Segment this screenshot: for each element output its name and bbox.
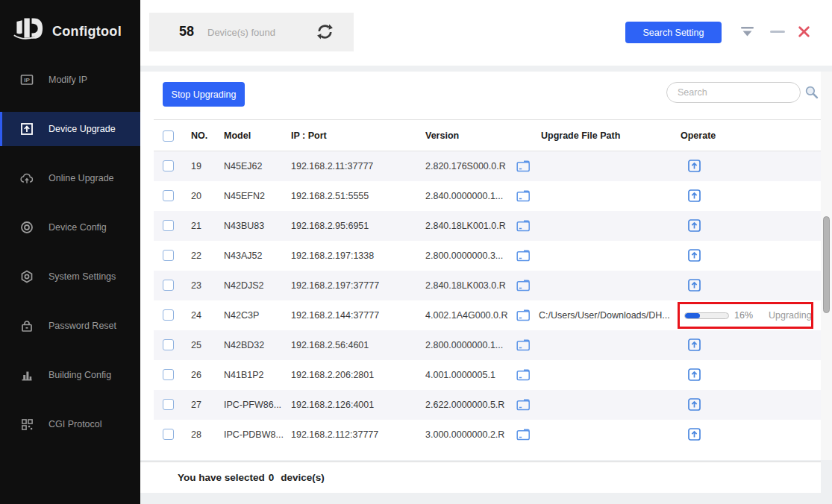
sidebar-item-password-reset[interactable]: Password Reset (0, 309, 140, 343)
upgrade-action-button[interactable] (688, 368, 701, 383)
sidebar-item-building-config[interactable]: Building Config (0, 358, 140, 392)
modify-ip-icon: IP (20, 73, 34, 86)
row-checkbox[interactable] (163, 220, 174, 231)
upgrade-action-button[interactable] (688, 249, 701, 264)
table-row[interactable]: 23 N42DJS2 192.168.2.197:37777 2.840.18L… (154, 271, 821, 300)
device-table: NO. Model IP : Port Version Upgrade File… (154, 119, 821, 450)
progress-cell: 16% Upgrading (684, 300, 812, 330)
cell-version: 2.820.176S000.0.R (425, 151, 515, 181)
search-setting-button[interactable]: Search Setting (625, 22, 722, 43)
table-row[interactable]: 25 N42BD32 192.168.2.56:4601 2.800.00000… (154, 330, 821, 360)
browse-file-button[interactable] (516, 369, 531, 383)
table-body: 19 N45EJ62 192.168.2.11:37777 2.820.176S… (154, 151, 821, 450)
browse-file-button[interactable] (516, 339, 531, 353)
upgrade-action-button[interactable] (688, 160, 701, 174)
selection-suffix: device(s) (281, 472, 325, 483)
collapse-window-icon[interactable] (740, 26, 754, 40)
device-count: 58 (179, 24, 194, 40)
cell-ip-port: 192.168.2.112:37777 (291, 420, 378, 450)
upgrade-action-button[interactable] (688, 398, 701, 413)
cell-upgrade-file-path: C:/Users/User/Downloads/DH... (539, 300, 679, 330)
upgrade-action-button[interactable] (688, 338, 701, 353)
browse-file-button[interactable] (516, 429, 531, 443)
cell-ip-port: 192.168.2.56:4601 (291, 330, 369, 360)
row-checkbox[interactable] (163, 429, 174, 440)
sidebar-item-label: Device Upgrade (49, 124, 116, 134)
progress-percent: 16% (734, 310, 753, 321)
main-area: 58 Device(s) found Search Setting (140, 0, 832, 504)
search-input[interactable] (666, 82, 801, 103)
row-checkbox[interactable] (163, 339, 174, 350)
cell-version: 2.840.0000000.1... (425, 181, 515, 211)
cell-version: 2.800.0000000.1... (425, 330, 515, 360)
cell-no: 22 (191, 241, 201, 271)
browse-file-button[interactable] (516, 190, 531, 204)
row-checkbox[interactable] (163, 280, 174, 291)
sidebar-item-system-settings[interactable]: System Settings (0, 259, 140, 294)
browse-file-button[interactable] (516, 250, 531, 264)
cell-model: IPC-PFW86... (224, 390, 288, 420)
header-model: Model (224, 120, 288, 152)
browse-file-button[interactable] (516, 309, 531, 324)
table-row[interactable]: 24 N42C3P 192.168.2.144:37777 4.002.1A4G… (154, 300, 821, 330)
select-all-checkbox[interactable] (163, 130, 174, 142)
close-icon[interactable] (798, 25, 810, 41)
table-row[interactable]: 28 IPC-PDBW8... 192.168.2.112:37777 3.00… (154, 420, 821, 450)
sidebar-item-cgi-protocol[interactable]: CGI Protocol (0, 407, 140, 441)
sidebar-item-device-upgrade[interactable]: Device Upgrade (0, 112, 140, 146)
row-checkbox[interactable] (163, 160, 174, 171)
cell-version: 2.800.0000000.3... (425, 241, 515, 271)
upgrade-action-button[interactable] (688, 428, 701, 443)
browse-file-button[interactable] (516, 399, 531, 413)
row-checkbox[interactable] (163, 250, 174, 261)
table-row[interactable]: 26 N41B1P2 192.168.2.206:2801 4.001.0000… (154, 360, 821, 390)
upgrade-action-button[interactable] (688, 189, 701, 204)
cell-ip-port: 192.168.2.144:37777 (291, 300, 379, 330)
row-checkbox[interactable] (163, 399, 174, 410)
progress-fill (685, 313, 700, 318)
cell-no: 23 (191, 271, 201, 300)
dahua-logo-icon (12, 15, 43, 48)
upgrade-action-button[interactable] (688, 279, 701, 294)
upgrade-action-button[interactable] (688, 219, 701, 234)
sidebar: Configtool IP Modify IP Device Upgrade O… (0, 0, 140, 504)
brand-header: Configtool (0, 0, 140, 48)
sidebar-item-label: Device Config (49, 222, 107, 233)
table-row[interactable]: 21 N43BU83 192.168.2.95:6951 2.840.18LK0… (154, 211, 821, 241)
selection-prefix: You have selected (178, 472, 265, 483)
cell-no: 20 (191, 181, 201, 211)
online-upgrade-icon (20, 171, 34, 185)
cell-version: 4.001.0000005.1 (425, 360, 515, 390)
table-row[interactable]: 22 N43AJ52 192.168.2.197:1338 2.800.0000… (154, 241, 821, 271)
row-checkbox[interactable] (163, 369, 174, 380)
cell-version: 2.840.18LK001.0.R (425, 211, 515, 241)
cell-model: N45EJ62 (224, 151, 288, 181)
browse-file-button[interactable] (516, 280, 531, 294)
row-checkbox[interactable] (163, 190, 174, 201)
sidebar-item-label: CGI Protocol (49, 419, 102, 429)
table-row[interactable]: 20 N45EFN2 192.168.2.51:5555 2.840.00000… (154, 181, 821, 211)
selected-count: 0 (269, 472, 275, 483)
vertical-scrollbar[interactable] (821, 72, 832, 460)
cell-ip-port: 192.168.2.197:1338 (291, 241, 374, 271)
browse-file-button[interactable] (516, 220, 531, 234)
row-checkbox[interactable] (163, 309, 174, 321)
sidebar-item-online-upgrade[interactable]: Online Upgrade (0, 161, 140, 195)
vertical-scrollbar-thumb[interactable] (823, 216, 830, 313)
table-row[interactable]: 27 IPC-PFW86... 192.168.2.126:4001 2.622… (154, 390, 821, 420)
table-row[interactable]: 19 N45EJ62 192.168.2.11:37777 2.820.176S… (154, 151, 821, 181)
refresh-icon[interactable] (316, 23, 334, 41)
cell-model: N43AJ52 (224, 241, 288, 271)
configtool-window: Configtool IP Modify IP Device Upgrade O… (0, 0, 832, 504)
browse-file-button[interactable] (516, 160, 531, 174)
sidebar-item-device-config[interactable]: Device Config (0, 210, 140, 245)
cell-ip-port: 192.168.2.95:6951 (291, 211, 369, 241)
sidebar-item-modify-ip[interactable]: IP Modify IP (0, 63, 140, 97)
stop-upgrading-button[interactable]: Stop Upgrading (163, 82, 245, 107)
cell-ip-port: 192.168.2.11:37777 (291, 151, 373, 181)
minimize-icon[interactable] (770, 31, 785, 33)
cell-no: 26 (191, 360, 201, 390)
password-reset-icon (20, 319, 34, 333)
progress-bar (684, 312, 729, 319)
search-icon[interactable] (804, 85, 819, 102)
